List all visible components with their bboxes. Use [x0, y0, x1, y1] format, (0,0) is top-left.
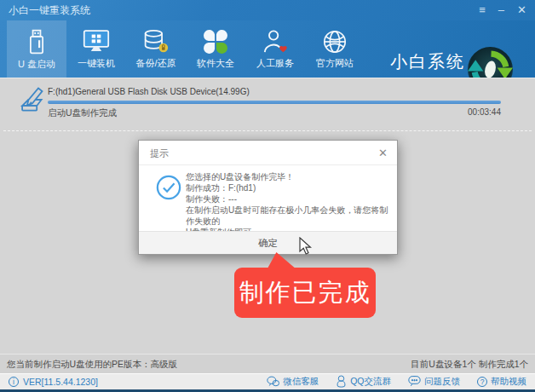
pe-version-status: 您当前制作启动U盘使用的PE版本：高级版 [7, 359, 177, 371]
feedback-link[interactable]: 问题反馈 [408, 375, 460, 389]
monitor-windows-icon [83, 29, 110, 55]
disk-pencil-icon [15, 85, 46, 118]
help-circle-icon: ? [477, 377, 487, 387]
dashed-separator [3, 130, 532, 131]
dialog-line: 在制作启动U盘时可能存在极小几率会失败，请您将制作失败的 [186, 205, 392, 227]
help-video-link[interactable]: ? 帮助视频 [477, 375, 526, 389]
footer-link-label: 帮助视频 [491, 376, 526, 388]
footer-bar: i VER[11.5.44.1230] 微信客服 [0, 373, 535, 389]
nav-item-label: 人工服务 [256, 57, 294, 70]
nav-items: U 盘启动 一键装机 [7, 20, 365, 78]
nav-item-official-site[interactable]: 官方网站 [305, 20, 365, 78]
dialog-close-icon[interactable]: ✕ [378, 147, 388, 159]
titlebar: 小白一键重装系统 ≡ – ✕ [0, 0, 535, 20]
window-title: 小白一键重装系统 [9, 3, 90, 18]
qq-group-link[interactable]: QQ交流群 [336, 375, 391, 389]
content-area: F:(hd1)General USB Flash Disk USB Device… [0, 78, 535, 354]
minimize-icon[interactable]: – [498, 0, 504, 20]
ok-button[interactable]: 确定 [139, 231, 397, 254]
feedback-bubble-icon [408, 375, 421, 389]
dialog-line: 制作失败：--- [186, 193, 392, 205]
footer-links: 微信客服 QQ交流群 [267, 375, 526, 389]
device-count-status: 目前U盘设备1个 制作完成1个 [411, 359, 528, 371]
nav-item-software[interactable]: 软件大全 [186, 20, 245, 78]
footer-link-label: 问题反馈 [424, 376, 460, 388]
dialog-line: 制作成功：F:(hd1) [186, 182, 392, 193]
brand-title: 小白系统 [377, 50, 478, 73]
progress-time: 00:03:44 [468, 107, 501, 117]
completion-callout: 制作已完成 [234, 268, 376, 318]
version-text: VER[11.5.44.1230] [23, 377, 98, 387]
version-block: i VER[11.5.44.1230] [9, 377, 98, 387]
progress-status: 启动U盘制作完成 [48, 107, 117, 119]
dialog-line: 您选择的U盘设备制作完毕！ [186, 171, 392, 182]
status-bar: 您当前制作启动U盘使用的PE版本：高级版 目前U盘设备1个 制作完成1个 [0, 354, 535, 373]
wechat-support-link[interactable]: 微信客服 [267, 375, 319, 389]
nav-bar: U 盘启动 一键装机 [0, 20, 535, 78]
footer-link-label: QQ交流群 [350, 376, 391, 388]
nav-item-usb-boot[interactable]: U 盘启动 [7, 20, 66, 78]
nav-item-backup-restore[interactable]: 备份/还原 [126, 20, 186, 78]
device-label: F:(hd1)General USB Flash Disk USB Device… [48, 87, 250, 96]
nav-item-label: 备份/还原 [135, 57, 175, 70]
dialog-message: 您选择的U盘设备制作完毕！ 制作成功：F:(hd1) 制作失败：--- 在制作启… [186, 171, 392, 238]
prompt-dialog: 提示 ✕ 您选择的U盘设备制作完毕！ 制作成功：F:(hd1) 制作失败：---… [138, 140, 398, 255]
nav-item-label: 软件大全 [197, 57, 234, 70]
progress-bar [48, 101, 501, 104]
footer-link-label: 微信客服 [283, 376, 319, 388]
person-heart-icon [262, 29, 288, 55]
app-window: 小白一键重装系统 ≡ – ✕ U 盘启动 [0, 0, 535, 392]
dialog-header: 提示 ✕ [139, 141, 397, 165]
nav-item-one-key-install[interactable]: 一键装机 [66, 20, 126, 78]
callout-text: 制作已完成 [239, 276, 371, 310]
wechat-icon [267, 376, 279, 389]
nav-item-label: U 盘启动 [18, 58, 55, 71]
dialog-title: 提示 [150, 147, 169, 160]
usb-drive-icon [25, 28, 49, 55]
progress-bar-fill [48, 101, 501, 104]
database-lock-icon [142, 29, 170, 55]
menu-icon[interactable]: ≡ [479, 0, 486, 20]
check-circle-icon [156, 175, 181, 204]
qq-icon [336, 375, 347, 389]
globe-icon [322, 29, 348, 55]
window-controls: ≡ – ✕ [479, 0, 526, 20]
nav-item-human-service[interactable]: 人工服务 [245, 20, 305, 78]
mouse-cursor-icon [299, 237, 312, 258]
nav-item-label: 一键装机 [78, 57, 115, 70]
close-icon[interactable]: ✕ [517, 0, 526, 20]
info-icon: i [9, 377, 19, 387]
software-leaves-icon [203, 29, 228, 55]
nav-item-label: 官方网站 [316, 57, 354, 70]
